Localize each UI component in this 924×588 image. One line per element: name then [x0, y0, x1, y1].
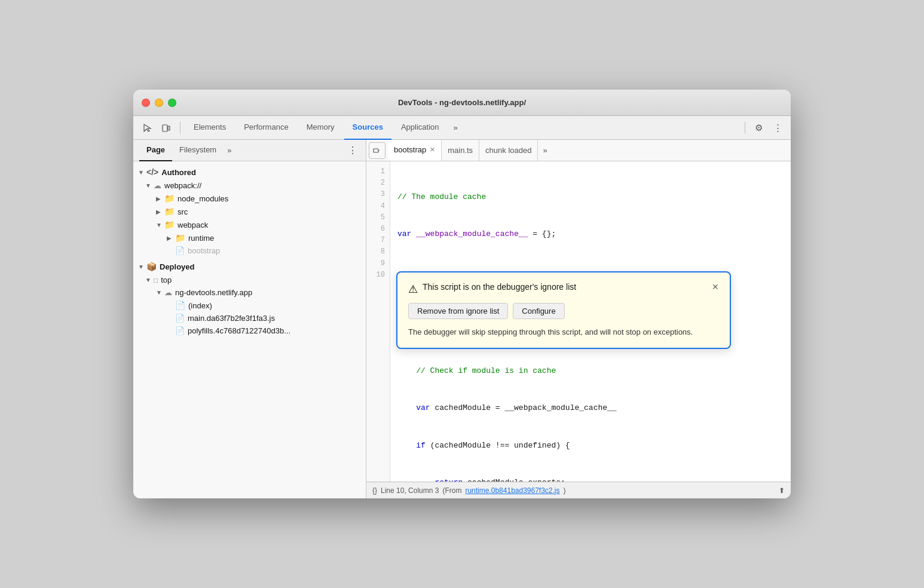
statusbar-close-paren: ): [564, 486, 566, 495]
popup-warning-icon: ⚠: [408, 283, 418, 296]
webpack-cloud-icon: ☁: [154, 181, 161, 190]
window-title: DevTools - ng-devtools.netlify.app/: [398, 98, 526, 107]
code-line-2: var __webpack_module_cache__ = {};: [397, 228, 784, 241]
polyfills-item[interactable]: 📄 polyfills.4c768d7122740d3b...: [133, 324, 366, 337]
code-tab-bootstrap-label: bootstrap: [394, 145, 426, 154]
line-num-5: 5: [366, 212, 385, 223]
tab-sources[interactable]: Sources: [344, 116, 391, 140]
src-label: src: [178, 207, 188, 216]
src-item[interactable]: ▶ 📁 src: [133, 205, 366, 218]
runtime-label: runtime: [188, 234, 214, 243]
top-arrow: ▼: [145, 277, 154, 283]
webpack-label: webpack://: [164, 181, 201, 190]
polyfills-icon: 📄: [175, 326, 185, 335]
more-options-icon[interactable]: ⋮: [769, 120, 786, 136]
code-tab-chunk[interactable]: chunk loaded: [479, 140, 538, 161]
node-modules-folder-icon: 📁: [164, 194, 175, 203]
authored-section[interactable]: ▼ </> Authored: [133, 165, 366, 179]
ignore-popup: ⚠ This script is on the debugger's ignor…: [396, 271, 731, 349]
code-tabs-more-button[interactable]: »: [538, 146, 552, 155]
deployed-label: Deployed: [160, 262, 195, 271]
file-tree: ▼ </> Authored ▼ ☁ webpack:// ▶ 📁 node_m…: [133, 161, 366, 341]
runtime-arrow: ▶: [167, 235, 175, 241]
statusbar-braces[interactable]: {}: [372, 486, 377, 495]
inspect-icon[interactable]: [138, 120, 156, 136]
popup-title: This script is on the debugger's ignore …: [423, 282, 707, 292]
deployed-box-icon: 📦: [146, 262, 157, 271]
popup-description: The debugger will skip stepping through …: [408, 326, 719, 338]
minimize-button[interactable]: [155, 99, 163, 107]
tab-memory[interactable]: Memory: [298, 116, 343, 140]
top-frame-icon: □: [154, 276, 158, 284]
ng-devtools-label: ng-devtools.netlify.app: [175, 288, 252, 297]
main-js-label: main.da63f7b2fe3f1fa3.js: [188, 314, 275, 323]
code-tab-main-ts-label: main.ts: [448, 146, 473, 155]
main-area: Page Filesystem » ⋮ ▼ </> Authored ▼ ☁: [133, 140, 791, 498]
sidebar-tabs-more[interactable]: »: [224, 146, 235, 155]
polyfills-label: polyfills.4c768d7122740d3b...: [188, 326, 290, 335]
line-num-6: 6: [366, 223, 385, 235]
sidebar-menu-button[interactable]: ⋮: [345, 143, 360, 158]
tab-right-separator: [745, 122, 745, 134]
traffic-lights: [142, 99, 176, 107]
code-tabs: bootstrap ✕ main.ts chunk loaded »: [366, 140, 791, 161]
maximize-button[interactable]: [168, 99, 176, 107]
code-tab-bootstrap[interactable]: bootstrap ✕: [388, 140, 442, 161]
code-area: bootstrap ✕ main.ts chunk loaded » 1 2 3…: [366, 140, 791, 498]
configure-button[interactable]: Configure: [513, 303, 564, 319]
tab-settings-group: ⚙ ⋮: [750, 120, 786, 136]
runtime-folder-icon: 📁: [175, 233, 185, 243]
tab-elements[interactable]: Elements: [185, 116, 234, 140]
code-tab-back-button[interactable]: [369, 142, 385, 159]
tab-application[interactable]: Application: [393, 116, 448, 140]
popup-header: ⚠ This script is on the debugger's ignor…: [408, 282, 719, 296]
ng-devtools-cloud-icon: ☁: [164, 288, 172, 297]
tab-performance[interactable]: Performance: [235, 116, 296, 140]
line-num-7: 7: [366, 235, 385, 246]
webpack-item[interactable]: ▼ ☁ webpack://: [133, 179, 366, 192]
tab-separator: [180, 122, 180, 134]
remove-from-ignore-button[interactable]: Remove from ignore list: [408, 303, 508, 319]
tabs-more-button[interactable]: »: [449, 123, 463, 132]
device-icon[interactable]: [157, 120, 175, 136]
line-numbers: 1 2 3 4 5 6 7 8 9 10: [366, 161, 390, 482]
sidebar-tab-page[interactable]: Page: [139, 140, 172, 161]
statusbar-position: Line 10, Column 3: [381, 486, 439, 495]
authored-arrow: ▼: [138, 169, 146, 176]
deployed-section[interactable]: ▼ 📦 Deployed: [133, 259, 366, 274]
code-line-6: // Check if module is in cache: [397, 365, 784, 378]
webpack-folder-item[interactable]: ▼ 📁 webpack: [133, 218, 366, 231]
bootstrap-label: bootstrap: [188, 246, 220, 255]
devtools-window: DevTools - ng-devtools.netlify.app/ Elem…: [133, 90, 791, 498]
line-num-9: 9: [366, 258, 385, 270]
webpack-arrow: ▼: [145, 182, 154, 189]
webpack-folder-arrow: ▼: [156, 222, 164, 228]
code-tab-close-icon[interactable]: ✕: [430, 146, 435, 154]
settings-icon[interactable]: ⚙: [750, 120, 767, 136]
sidebar-tab-filesystem[interactable]: Filesystem: [172, 140, 224, 161]
line-num-8: 8: [366, 246, 385, 258]
index-label: (index): [188, 301, 212, 310]
bootstrap-item[interactable]: 📄 bootstrap: [133, 244, 366, 257]
ng-devtools-item[interactable]: ▼ ☁ ng-devtools.netlify.app: [133, 286, 366, 299]
main-js-item[interactable]: 📄 main.da63f7b2fe3f1fa3.js: [133, 312, 366, 324]
code-line-9: return cachedModule.exports;: [397, 477, 784, 482]
code-tab-main-ts[interactable]: main.ts: [442, 140, 479, 161]
close-button[interactable]: [142, 99, 150, 107]
popup-close-button[interactable]: ✕: [712, 282, 719, 292]
index-file-icon: 📄: [175, 301, 185, 310]
runtime-item[interactable]: ▶ 📁 runtime: [133, 231, 366, 244]
ng-devtools-arrow: ▼: [156, 289, 164, 296]
index-item[interactable]: 📄 (index): [133, 299, 366, 312]
node-modules-item[interactable]: ▶ 📁 node_modules: [133, 192, 366, 205]
authored-label: Authored: [161, 168, 196, 177]
svg-rect-1: [168, 126, 170, 130]
line-num-4: 4: [366, 201, 385, 212]
sidebar-tabs: Page Filesystem » ⋮: [133, 140, 366, 161]
top-item[interactable]: ▼ □ top: [133, 274, 366, 286]
statusbar-source-link[interactable]: runtime.0b841bad3967f3c2.js: [465, 486, 559, 495]
deployed-arrow: ▼: [138, 264, 146, 270]
code-tab-chunk-label: chunk loaded: [485, 146, 531, 155]
statusbar-scroll-icon[interactable]: ⬆: [779, 486, 785, 495]
webpack-folder-label: webpack: [178, 220, 208, 229]
